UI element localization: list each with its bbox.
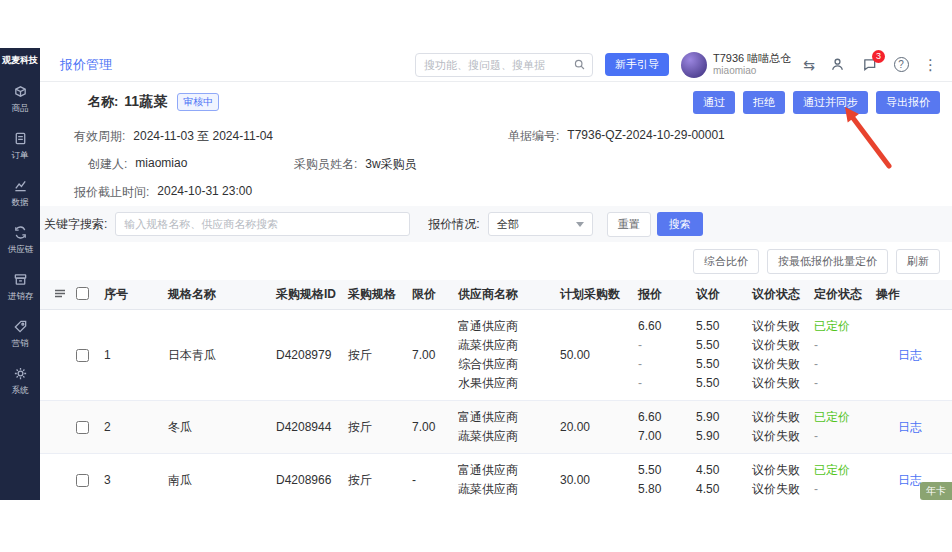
col-bargain-status: 议价状态 xyxy=(752,286,814,303)
quotes: 6.60 - - - xyxy=(638,317,696,393)
doc-number-value: T7936-QZ-2024-10-29-00001 xyxy=(567,128,724,145)
inventory-icon xyxy=(13,272,28,287)
col-index: 序号 xyxy=(104,286,168,303)
sidebar-item-inventory[interactable]: 进销存 xyxy=(0,264,40,311)
approve-sync-button[interactable]: 通过并同步 xyxy=(793,91,868,114)
account-subname: miaomiao xyxy=(713,65,791,77)
message-count-badge: 3 xyxy=(872,50,885,63)
float-tag[interactable]: 年卡 xyxy=(920,482,952,500)
refresh-button[interactable]: 刷新 xyxy=(896,249,940,274)
search-icon[interactable] xyxy=(573,58,586,71)
limit-price: 7.00 xyxy=(412,317,458,393)
bargain-value: 4.50 xyxy=(696,480,719,499)
bargain-value: 5.50 xyxy=(696,336,719,355)
price-status: 已定价 xyxy=(814,408,850,427)
supplier-names: 富通供应商 蔬菜供应商 xyxy=(458,408,560,446)
row-checkbox[interactable] xyxy=(76,421,89,434)
reject-button[interactable]: 拒绝 xyxy=(743,91,785,114)
row-checkbox[interactable] xyxy=(76,474,89,487)
sidebar-item-label: 订单 xyxy=(11,149,28,161)
quote-value: 5.50 xyxy=(638,461,661,480)
help-icon: ? xyxy=(894,57,909,72)
quotes: 5.50 5.80 xyxy=(638,461,696,499)
doc-actions: 通过 拒绝 通过并同步 导出报价 xyxy=(693,91,940,114)
quote-deadline: 报价截止时间: 2024-10-31 23:00 xyxy=(74,184,252,201)
chart-icon xyxy=(13,178,28,193)
doc-number-label: 单据编号: xyxy=(508,128,559,145)
buyer-value: 3w采购员 xyxy=(365,156,416,173)
gear-icon xyxy=(13,366,28,381)
bargain-status: 议价失败 xyxy=(752,408,800,427)
sidebar-item-goods[interactable]: 商品 xyxy=(0,76,40,123)
col-spec-id: 采购规格ID xyxy=(276,286,348,303)
sidebar-item-data[interactable]: 数据 xyxy=(0,170,40,217)
select-all-checkbox[interactable] xyxy=(76,287,89,300)
global-search xyxy=(415,53,593,77)
row-checkbox[interactable] xyxy=(76,349,89,362)
valid-period-label: 有效周期: xyxy=(74,128,125,145)
price-statuses: 已定价 - xyxy=(814,408,876,446)
switch-store-icon[interactable]: ⇆ xyxy=(803,57,815,73)
doc-number: 单据编号: T7936-QZ-2024-10-29-00001 xyxy=(508,128,725,145)
more-menu-icon[interactable]: ⋮ xyxy=(923,56,938,74)
sidebar-item-supply-chain[interactable]: 供应链 xyxy=(0,217,40,264)
batch-price-button[interactable]: 按最低报价批量定价 xyxy=(767,249,888,274)
col-actions: 操作 xyxy=(876,286,952,303)
log-link[interactable]: 日志 xyxy=(876,472,922,489)
name-label: 名称: xyxy=(88,93,118,111)
supplier-name: 蔬菜供应商 xyxy=(458,427,518,446)
table-row: 3 南瓜 D4208966 按斤 - 富通供应商 蔬菜供应商 30.00 5.5… xyxy=(40,454,952,500)
row-index: 2 xyxy=(104,408,168,446)
account-menu[interactable]: T7936 喵喵总仓 miaomiao xyxy=(681,52,791,78)
spec-name: 南瓜 xyxy=(168,461,276,499)
messages-button[interactable]: 3 xyxy=(859,55,879,75)
bargain-statuses: 议价失败 议价失败 xyxy=(752,461,814,499)
reset-button[interactable]: 重置 xyxy=(607,212,651,237)
sidebar-item-system[interactable]: 系统 xyxy=(0,358,40,405)
export-quote-button[interactable]: 导出报价 xyxy=(876,91,940,114)
bargain-status: 议价失败 xyxy=(752,336,800,355)
doc-header: 名称: 11蔬菜 审核中 通过 拒绝 通过并同步 导出报价 xyxy=(40,82,952,122)
guide-button[interactable]: 新手引导 xyxy=(605,53,669,76)
plan-qty: 30.00 xyxy=(560,461,638,499)
keyword-input[interactable] xyxy=(115,212,410,236)
sidebar-item-marketing[interactable]: 营销 xyxy=(0,311,40,358)
quote-status-select[interactable]: 全部 xyxy=(488,212,593,236)
price-status: - xyxy=(814,427,818,446)
supplier-name: 蔬菜供应商 xyxy=(458,480,518,499)
bargains: 4.50 4.50 xyxy=(696,461,752,499)
log-link[interactable]: 日志 xyxy=(876,347,922,364)
compare-button[interactable]: 综合比价 xyxy=(693,249,759,274)
bargain-status: 议价失败 xyxy=(752,461,800,480)
search-button[interactable]: 搜索 xyxy=(657,212,703,236)
table-row: 2 冬瓜 D4208944 按斤 7.00 富通供应商 蔬菜供应商 20.00 … xyxy=(40,401,952,454)
price-status: - xyxy=(814,355,818,374)
help-button[interactable]: ? xyxy=(891,55,911,75)
info-row-3: 报价截止时间: 2024-10-31 23:00 xyxy=(40,178,952,206)
topbar: 报价管理 新手引导 T7936 喵喵总仓 miaomiao ⇆ xyxy=(40,48,952,82)
log-link[interactable]: 日志 xyxy=(876,419,922,436)
quote-status-label: 报价情况: xyxy=(428,216,479,233)
col-unit: 采购规格 xyxy=(348,286,412,303)
app-logo: 观麦科技 xyxy=(0,48,40,76)
box-icon xyxy=(13,84,28,99)
approve-button[interactable]: 通过 xyxy=(693,91,735,114)
bargain-value: 4.50 xyxy=(696,461,719,480)
sidebar-item-orders[interactable]: 订单 xyxy=(0,123,40,170)
global-search-input[interactable] xyxy=(415,53,593,77)
spec-id: D4208966 xyxy=(276,461,348,499)
breadcrumb[interactable]: 报价管理 xyxy=(60,56,112,74)
bargain-status: 议价失败 xyxy=(752,374,800,393)
price-statuses: 已定价 - xyxy=(814,461,876,499)
row-index: 1 xyxy=(104,317,168,393)
sidebar: 观麦科技 商品 订单 数据 供应链 进销存 营销 系统 xyxy=(0,48,40,500)
table-header: 序号 规格名称 采购规格ID 采购规格 限价 供应商名称 计划采购数 报价 议价… xyxy=(40,280,952,310)
sidebar-item-label: 系统 xyxy=(11,384,28,396)
expand-all-icon[interactable] xyxy=(54,286,76,304)
supplier-name: 蔬菜供应商 xyxy=(458,336,518,355)
buyer: 采购员姓名: 3w采购员 xyxy=(294,156,417,173)
chevron-down-icon xyxy=(576,222,584,227)
col-spec-name: 规格名称 xyxy=(168,286,276,303)
contacts-button[interactable] xyxy=(827,55,847,75)
spec-name: 冬瓜 xyxy=(168,408,276,446)
